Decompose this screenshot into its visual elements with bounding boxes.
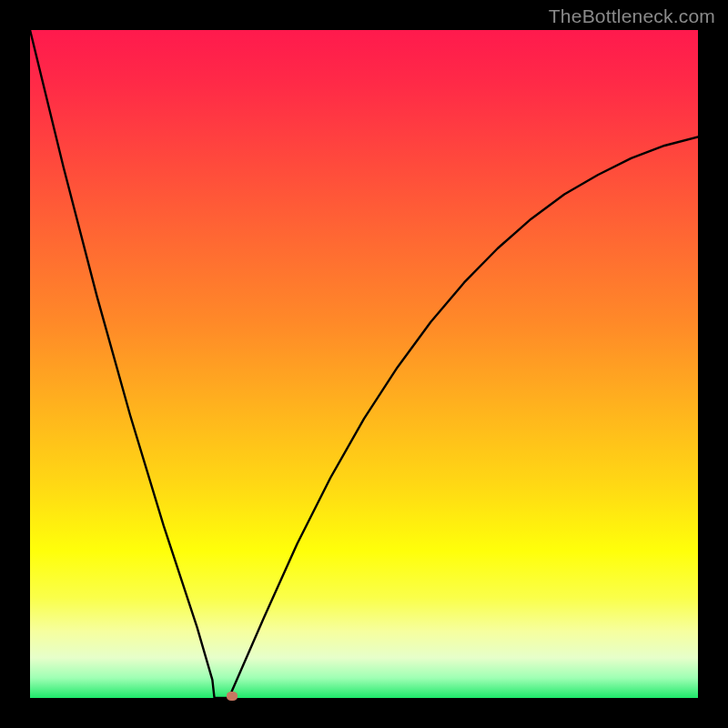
curve-svg — [30, 30, 698, 698]
watermark-text: TheBottleneck.com — [549, 5, 715, 27]
bottleneck-curve — [30, 30, 698, 698]
optimal-point-marker — [227, 692, 238, 701]
chart-frame: TheBottleneck.com — [0, 0, 728, 728]
plot-area — [30, 30, 698, 698]
